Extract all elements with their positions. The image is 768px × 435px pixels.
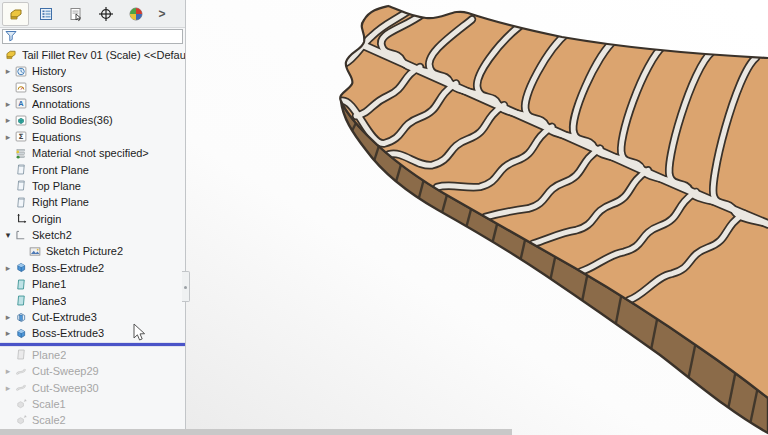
bossextrude-icon xyxy=(13,326,29,340)
tree-item-top-plane[interactable]: Top Plane xyxy=(0,178,185,194)
refplane-icon xyxy=(13,163,29,177)
material-icon xyxy=(13,146,29,160)
expand-arrow-icon[interactable]: ▸ xyxy=(3,383,13,393)
refplane-icon xyxy=(13,195,29,209)
tree-item-right-plane[interactable]: Right Plane xyxy=(0,194,185,210)
tree-item-label: Sensors xyxy=(32,82,72,94)
feature-tree-icon xyxy=(8,6,24,22)
tree-item-front-plane[interactable]: Front Plane xyxy=(0,161,185,177)
scale-icon xyxy=(13,397,29,411)
tree-root-item[interactable]: Tail Fillet Rev 01 (Scale) <<Default>_Di… xyxy=(0,46,185,63)
property-list-icon xyxy=(38,6,54,22)
tree-item-label: Scale1 xyxy=(32,398,66,410)
solidworks-window: > Tail Fillet Rev 01 (Scale) <<Default>_… xyxy=(0,0,768,435)
plane-icon xyxy=(13,277,29,291)
tree-item-cut-sweep30[interactable]: ▸Cut-Sweep30 xyxy=(0,379,185,395)
tree-item-label: Plane3 xyxy=(32,295,66,307)
tree-item-label: Right Plane xyxy=(32,196,89,208)
tree-item-boss-extrude2[interactable]: ▸Boss-Extrude2 xyxy=(0,260,185,276)
propertymanager-tab[interactable] xyxy=(32,2,59,26)
sketch-icon xyxy=(13,228,29,242)
configurationmanager-tab[interactable] xyxy=(62,2,89,26)
solidbodies-icon xyxy=(13,113,29,127)
tree-item-label: History xyxy=(32,65,66,77)
tree-item-material-not-specified[interactable]: Material <not specified> xyxy=(0,145,185,161)
tree-item-label: Origin xyxy=(32,213,61,225)
sensors-icon xyxy=(13,81,29,95)
tree-item-plane3[interactable]: Plane3 xyxy=(0,292,185,308)
tree-item-label: Boss-Extrude3 xyxy=(32,327,104,339)
tree-root-label: Tail Fillet Rev 01 (Scale) <<Default>_Di… xyxy=(22,49,185,61)
tree-item-label: Annotations xyxy=(32,98,90,110)
tree-item-cut-sweep29[interactable]: ▸Cut-Sweep29 xyxy=(0,363,185,379)
tree-item-label: Top Plane xyxy=(32,180,81,192)
tree-item-sensors[interactable]: Sensors xyxy=(0,79,185,95)
tree-item-annotations[interactable]: ▸AAnnotations xyxy=(0,96,185,112)
expand-arrow-icon[interactable]: ▸ xyxy=(3,115,13,125)
dimxpertmanager-tab[interactable] xyxy=(92,2,119,26)
expand-arrow-icon[interactable]: ▸ xyxy=(3,66,13,76)
svg-text:Σ: Σ xyxy=(19,133,24,142)
expand-arrow-icon[interactable]: ▸ xyxy=(3,328,13,338)
displaymanager-tab[interactable] xyxy=(122,2,149,26)
mouse-cursor xyxy=(132,323,146,343)
expand-arrow-icon[interactable]: ▸ xyxy=(3,263,13,273)
configuration-page-icon xyxy=(68,6,84,22)
refplane-icon xyxy=(13,179,29,193)
tree-item-equations[interactable]: ▸ΣEquations xyxy=(0,129,185,145)
tree-item-label: Sketch2 xyxy=(32,229,72,241)
tree-item-plane1[interactable]: Plane1 xyxy=(0,276,185,292)
tree-item-boss-extrude3[interactable]: ▸Boss-Extrude3 xyxy=(0,325,185,341)
tree-item-label: Equations xyxy=(32,131,81,143)
tree-item-sketch-picture2[interactable]: Sketch Picture2 xyxy=(0,243,185,259)
bossextrude-icon xyxy=(13,261,29,275)
rollback-bar[interactable] xyxy=(0,343,185,346)
plane-icon xyxy=(13,294,29,308)
cutsweep-icon xyxy=(13,381,29,395)
expand-arrow-icon[interactable]: ▸ xyxy=(3,99,13,109)
origin-icon xyxy=(13,212,29,226)
cutextrude-icon xyxy=(13,310,29,324)
tree-item-label: Scale2 xyxy=(32,414,66,426)
history-icon xyxy=(13,64,29,78)
tree-item-label: Boss-Extrude2 xyxy=(32,262,104,274)
tree-filter-input[interactable] xyxy=(2,29,183,44)
tree-item-label: Material <not specified> xyxy=(32,147,149,159)
panel-splitter-handle[interactable] xyxy=(182,271,190,302)
annotations-icon: A xyxy=(13,97,29,111)
tree-item-solid-bodies-36[interactable]: ▸Solid Bodies(36) xyxy=(0,112,185,128)
tree-item-label: Sketch Picture2 xyxy=(46,245,123,257)
tree-item-history[interactable]: ▸History xyxy=(0,63,185,79)
svg-text:A: A xyxy=(18,100,24,109)
tree-item-label: Cut-Extrude3 xyxy=(32,311,97,323)
tree-item-scale1[interactable]: Scale1 xyxy=(0,396,185,412)
sketchpic-icon xyxy=(27,244,43,258)
expand-arrow-icon[interactable]: ▸ xyxy=(3,312,13,322)
expand-tabs-button[interactable]: > xyxy=(154,7,170,21)
tree-item-cut-extrude3[interactable]: ▸Cut-Extrude3 xyxy=(0,309,185,325)
equations-icon: Σ xyxy=(13,130,29,144)
filter-funnel-icon xyxy=(5,28,17,46)
crosshair-target-icon xyxy=(98,6,114,22)
featuremanager-tab[interactable] xyxy=(2,2,29,26)
manager-tab-bar: > xyxy=(0,0,185,28)
scale-icon xyxy=(13,413,29,427)
feature-tree: Tail Fillet Rev 01 (Scale) <<Default>_Di… xyxy=(0,45,185,429)
plane-icon xyxy=(13,348,29,362)
expand-arrow-icon[interactable]: ▾ xyxy=(3,230,13,240)
tree-item-sketch2[interactable]: ▾Sketch2 xyxy=(0,227,185,243)
tree-item-label: Plane2 xyxy=(32,349,66,361)
tree-item-label: Solid Bodies(36) xyxy=(32,114,113,126)
cutsweep-icon xyxy=(13,364,29,378)
tree-item-label: Cut-Sweep30 xyxy=(32,382,99,394)
part-icon xyxy=(3,48,19,62)
tree-item-label: Cut-Sweep29 xyxy=(32,365,99,377)
tree-item-plane2[interactable]: Plane2 xyxy=(0,347,185,363)
bottom-strip xyxy=(0,429,512,435)
tree-item-origin[interactable]: Origin xyxy=(0,211,185,227)
tree-item-scale2[interactable]: Scale2 xyxy=(0,412,185,428)
expand-arrow-icon[interactable]: ▸ xyxy=(3,132,13,142)
tree-item-label: Plane1 xyxy=(32,278,66,290)
expand-arrow-icon[interactable]: ▸ xyxy=(3,366,13,376)
featuremanager-panel: > Tail Fillet Rev 01 (Scale) <<Default>_… xyxy=(0,0,186,429)
